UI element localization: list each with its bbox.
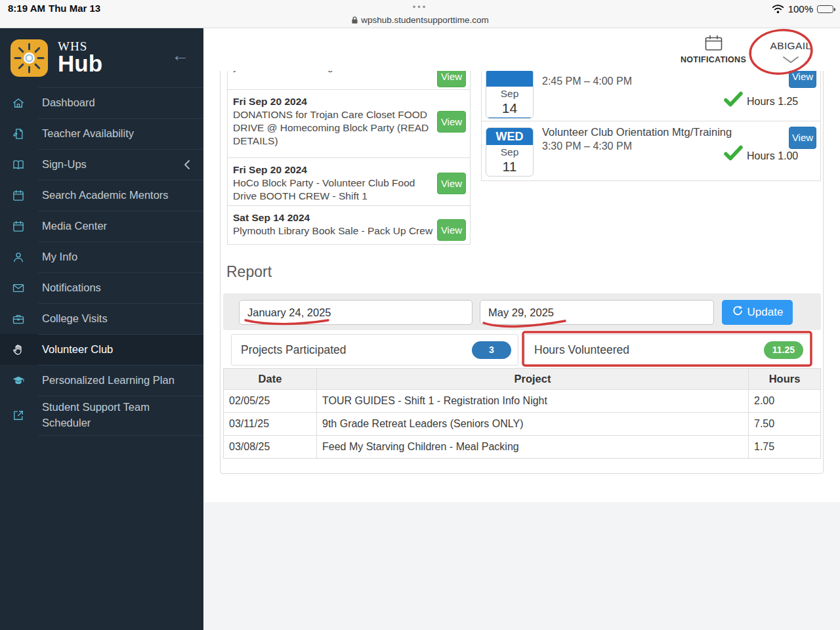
calendar-icon bbox=[705, 42, 723, 53]
start-date-input[interactable] bbox=[239, 300, 472, 325]
cell-project: 9th Grade Retreat Leaders (Seniors ONLY) bbox=[316, 413, 748, 435]
sidebar-item-my-info[interactable]: My Info bbox=[0, 242, 203, 272]
envelope-icon bbox=[12, 282, 26, 295]
refresh-icon bbox=[732, 305, 743, 320]
chevron-left-icon bbox=[184, 159, 190, 173]
event-time: 2:45 PM – 4:00 PM bbox=[542, 75, 632, 87]
battery-full-icon bbox=[817, 5, 833, 13]
badge-bar bbox=[486, 117, 533, 119]
end-date-input[interactable] bbox=[480, 300, 714, 325]
table-row: 02/05/25 TOUR GUIDES - Shift 1 - Registr… bbox=[224, 389, 820, 412]
hours-earned: Hours 1.25 bbox=[747, 96, 798, 108]
sidebar-item-label: Notifications bbox=[42, 280, 101, 296]
view-button[interactable]: View bbox=[437, 173, 466, 194]
sidebar-item-label: Sign-Ups bbox=[42, 157, 87, 173]
user-name: ABIGAIL bbox=[758, 40, 824, 52]
wifi-icon bbox=[772, 5, 784, 14]
update-button[interactable]: Update bbox=[722, 300, 793, 325]
hours-earned: Hours 1.00 bbox=[747, 150, 798, 162]
cell-hours: 2.00 bbox=[748, 390, 820, 412]
address-bar[interactable]: wpshub.studentsupporttime.com bbox=[0, 15, 840, 25]
battery-percent: 100% bbox=[788, 3, 813, 14]
month: Sep bbox=[486, 87, 533, 100]
table-header-row: Date Project Hours bbox=[224, 369, 820, 389]
briefcase-icon bbox=[12, 312, 26, 326]
collapse-sidebar-icon[interactable]: ← bbox=[171, 45, 189, 66]
event-date: Fri Sep 20 2024 bbox=[233, 163, 433, 177]
sidebar-item-teacher-availability[interactable]: Teacher Availability bbox=[0, 118, 203, 149]
cell-date: 02/05/25 bbox=[224, 390, 316, 412]
events-list: y g View Fri Sep 20 2024 DONATIONS for T… bbox=[227, 71, 471, 245]
view-button[interactable]: View bbox=[789, 71, 816, 88]
sidebar-item-label: Student Support Team Scheduler bbox=[42, 400, 181, 431]
view-button[interactable]: View bbox=[437, 219, 466, 241]
schedule-row-clipped: Sep 14 2:45 PM – 4:00 PM Hours 1.25 View bbox=[482, 71, 820, 121]
sidebar-item-dashboard[interactable]: Dashboard bbox=[0, 87, 203, 118]
checkmark-icon bbox=[723, 91, 743, 110]
sidebar-item-volunteer-club[interactable]: Volunteer Club bbox=[0, 334, 203, 365]
event-row-clipped: y g View bbox=[228, 71, 470, 90]
update-label: Update bbox=[747, 306, 784, 319]
stat-badge: 11.25 bbox=[764, 341, 803, 359]
sidebar-item-label: My Info bbox=[42, 249, 77, 265]
sidebar-item-sign-ups[interactable]: Sign-Ups bbox=[0, 149, 203, 180]
report-heading: Report bbox=[226, 263, 272, 281]
view-button[interactable]: View bbox=[789, 127, 816, 149]
cell-date: 03/08/25 bbox=[224, 436, 316, 458]
user-menu[interactable]: ABIGAIL bbox=[758, 40, 824, 66]
projects-participated-stat: Projects Participated 3 bbox=[231, 334, 518, 366]
event-row: Fri Sep 20 2024 DONATIONS for Trojan Car… bbox=[228, 90, 470, 158]
hours-volunteered-stat: Hours Volunteered 11.25 bbox=[524, 334, 810, 366]
view-button[interactable]: View bbox=[437, 111, 466, 133]
graduation-cap-icon bbox=[12, 374, 26, 387]
day-of-week: WED bbox=[486, 128, 533, 145]
column-header-project: Project bbox=[316, 369, 748, 389]
stat-label: Hours Volunteered bbox=[534, 343, 629, 357]
month: Sep bbox=[486, 146, 533, 159]
checkmark-icon bbox=[723, 145, 743, 164]
sidebar-item-student-support-team-scheduler[interactable]: Student Support Team Scheduler bbox=[0, 396, 203, 435]
event-row: Fri Sep 20 2024 HoCo Block Party - Volun… bbox=[228, 158, 470, 206]
event-date: Sat Sep 14 2024 bbox=[233, 211, 433, 224]
schedule-row: WED Sep 11 Volunteer Club Orientation Mt… bbox=[482, 121, 820, 179]
chevron-down-icon bbox=[758, 54, 824, 66]
event-date: Fri Sep 20 2024 bbox=[233, 95, 433, 108]
browser-menu-dots[interactable]: ••• bbox=[0, 2, 840, 12]
person-icon bbox=[12, 251, 26, 264]
report-toolbar: Update bbox=[223, 293, 821, 330]
clipped-text-fragment: g bbox=[327, 71, 333, 73]
event-title: DONATIONS for Trojan Care Closet FOOD DR… bbox=[233, 108, 434, 148]
day-number: 14 bbox=[486, 100, 533, 116]
schedule-list: Sep 14 2:45 PM – 4:00 PM Hours 1.25 View… bbox=[481, 71, 821, 181]
logo-text-hub: Hub bbox=[58, 52, 102, 75]
cell-hours: 1.75 bbox=[748, 436, 820, 458]
sidebar-item-search-academic-mentors[interactable]: Search Academic Mentors bbox=[0, 180, 203, 211]
sidebar: WHS Hub ← Dashboard Teacher Availability… bbox=[0, 28, 203, 630]
sidebar-item-media-center[interactable]: Media Center bbox=[0, 211, 203, 242]
date-badge: WED Sep 11 bbox=[486, 127, 534, 177]
table-row: 03/08/25 Feed My Starving Children - Mea… bbox=[224, 435, 820, 458]
sidebar-item-college-visits[interactable]: College Visits bbox=[0, 303, 203, 334]
sidebar-item-label: Personalized Learning Plan bbox=[42, 373, 175, 388]
cell-project: TOUR GUIDES - Shift 1 - Registration Inf… bbox=[316, 390, 748, 412]
report-table: Date Project Hours 02/05/25 TOUR GUIDES … bbox=[223, 368, 821, 459]
notifications-button[interactable]: NOTIFICATIONS bbox=[671, 35, 756, 64]
hand-icon bbox=[12, 343, 26, 356]
cell-hours: 7.50 bbox=[748, 413, 820, 435]
sidebar-item-label: Media Center bbox=[42, 219, 107, 234]
sidebar-item-label: Teacher Availability bbox=[42, 126, 134, 142]
day-of-week bbox=[486, 71, 533, 87]
sun-icon bbox=[10, 39, 48, 77]
sidebar-item-label: Volunteer Club bbox=[42, 342, 113, 358]
sidebar-menu: Dashboard Teacher Availability Sign-Ups … bbox=[0, 87, 203, 435]
stat-label: Projects Participated bbox=[241, 343, 346, 357]
sidebar-item-personalized-learning-plan[interactable]: Personalized Learning Plan bbox=[0, 365, 203, 396]
url-text: wpshub.studentsupporttime.com bbox=[361, 15, 488, 25]
sidebar-item-label: Search Academic Mentors bbox=[42, 188, 169, 203]
column-header-hours: Hours bbox=[748, 369, 820, 389]
table-row: 03/11/25 9th Grade Retreat Leaders (Seni… bbox=[224, 412, 820, 435]
view-button[interactable]: View bbox=[437, 71, 466, 87]
cell-project: Feed My Starving Children - Meal Packing bbox=[316, 436, 748, 458]
sidebar-item-notifications[interactable]: Notifications bbox=[0, 272, 203, 303]
column-header-date: Date bbox=[224, 369, 316, 389]
